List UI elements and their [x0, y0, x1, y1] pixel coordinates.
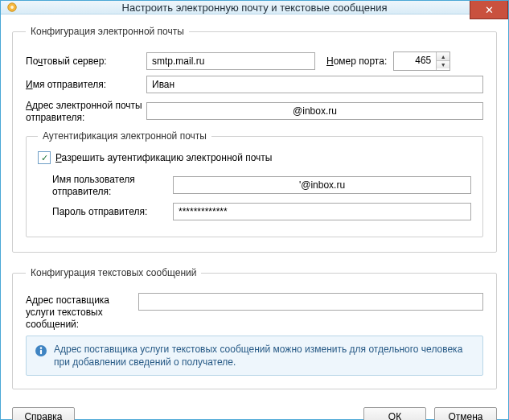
- enable-auth-hot: Р: [55, 152, 62, 163]
- port-group: Номер порта: ▲ ▼: [326, 51, 450, 71]
- provider-label: Адрес поставщика услуги текстовых сообще…: [26, 293, 138, 331]
- text-config-legend: Конфигурация текстовых сообщений: [26, 267, 201, 278]
- sender-address-label-rest: дрес электронной почты отправителя:: [26, 100, 142, 123]
- auth-username-input[interactable]: [173, 176, 471, 194]
- enable-auth-rest: азрешить аутентификацию электронной почт…: [62, 152, 273, 163]
- port-spin-buttons: ▲ ▼: [436, 52, 449, 70]
- port-label-rest: омер порта:: [334, 56, 388, 67]
- port-label-hot: Н: [326, 56, 334, 67]
- svg-rect-4: [40, 350, 42, 354]
- info-text: Адрес поставщика услуги текстовых сообще…: [54, 343, 474, 369]
- client-area: Конфигурация электронной почты Почтовый …: [1, 14, 508, 420]
- svg-point-3: [40, 347, 43, 349]
- auth-password-row: Пароль отправителя:: [52, 203, 471, 220]
- button-row: Справка ОК Отмена: [12, 401, 497, 420]
- sender-name-label-hot: И: [26, 79, 33, 90]
- info-panel: Адрес поставщика услуги текстовых сообще…: [26, 336, 483, 376]
- port-input[interactable]: [394, 52, 436, 68]
- mail-server-label-post: товый сервер:: [43, 56, 106, 67]
- auth-username-label: Имя пользователя отправителя:: [52, 172, 173, 198]
- enable-auth-row: ✓ Разрешить аутентификацию электронной п…: [38, 151, 471, 164]
- provider-row: Адрес поставщика услуги текстовых сообще…: [26, 293, 483, 331]
- window-title: Настроить электронную почту и текстовые …: [1, 2, 508, 14]
- help-button[interactable]: Справка: [12, 407, 75, 420]
- sender-name-input[interactable]: [146, 76, 483, 93]
- check-icon: ✓: [41, 154, 48, 163]
- sender-name-label: Имя отправителя:: [26, 79, 146, 91]
- sender-address-input[interactable]: [146, 102, 483, 120]
- app-icon: [6, 1, 18, 14]
- port-spin-down[interactable]: ▼: [437, 60, 449, 68]
- sender-address-row: Адрес электронной почты отправителя:: [26, 98, 483, 124]
- close-button[interactable]: ✕: [470, 1, 508, 19]
- svg-point-1: [10, 6, 14, 9]
- port-spinner: ▲ ▼: [393, 51, 450, 71]
- port-label: Номер порта:: [326, 56, 387, 67]
- dialog-window: Настроить электронную почту и текстовые …: [0, 0, 509, 420]
- enable-auth-label: Разрешить аутентификацию электронной поч…: [55, 152, 273, 163]
- auth-legend: Аутентификация электронной почты: [38, 130, 211, 142]
- auth-username-row: Имя пользователя отправителя:: [52, 172, 471, 198]
- sender-name-row: Имя отправителя:: [26, 76, 483, 93]
- email-config-legend: Конфигурация электронной почты: [26, 26, 189, 37]
- sender-name-label-rest: мя отправителя:: [33, 79, 106, 90]
- text-config-group: Конфигурация текстовых сообщений Адрес п…: [12, 267, 497, 389]
- email-config-group: Конфигурация электронной почты Почтовый …: [12, 26, 497, 253]
- enable-auth-checkbox[interactable]: ✓: [38, 151, 51, 164]
- info-icon: [35, 344, 47, 357]
- auth-group: Аутентификация электронной почты ✓ Разре…: [26, 130, 483, 237]
- titlebar: Настроить электронную почту и текстовые …: [1, 1, 508, 14]
- mail-server-row: Почтовый сервер: Номер порта: ▲ ▼: [26, 51, 483, 71]
- close-icon: ✕: [485, 4, 494, 16]
- provider-input[interactable]: [138, 293, 483, 311]
- mail-server-label-pre: По: [26, 56, 38, 67]
- port-spin-up[interactable]: ▲: [437, 52, 449, 60]
- sender-address-label-hot: А: [26, 100, 32, 111]
- cancel-button[interactable]: Отмена: [434, 407, 497, 420]
- sender-address-label: Адрес электронной почты отправителя:: [26, 98, 146, 124]
- auth-password-label: Пароль отправителя:: [52, 206, 173, 218]
- mail-server-label: Почтовый сервер:: [26, 56, 146, 68]
- auth-password-input[interactable]: [173, 203, 471, 220]
- ok-button[interactable]: ОК: [363, 407, 426, 420]
- mail-server-input[interactable]: [146, 52, 315, 70]
